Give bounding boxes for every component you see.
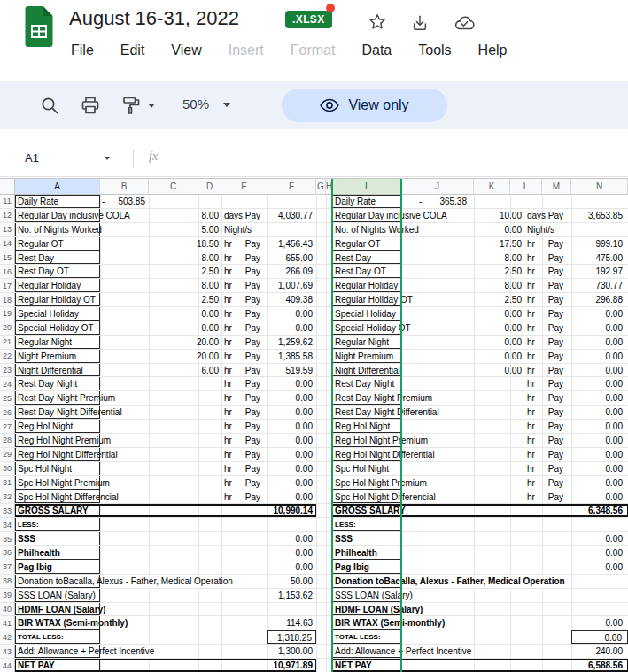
- spreadsheet-grid[interactable]: ABCDEFGHIJKLMN 1112131415161718192021222…: [0, 178, 628, 672]
- menu-tools[interactable]: Tools: [418, 42, 451, 58]
- cell-amount[interactable]: 4,030.77: [267, 209, 316, 222]
- cell-label[interactable]: SSS LOAN (Salary): [15, 589, 96, 602]
- cell-hours[interactable]: 6.00: [149, 364, 221, 377]
- cell-label[interactable]: BIR WTAX (Semi-monthly): [332, 616, 445, 630]
- cell-label[interactable]: Philhealth: [15, 546, 60, 560]
- cell-label[interactable]: No. of Nights Worked: [332, 223, 419, 236]
- cell-label[interactable]: Night Differential: [332, 364, 400, 377]
- cell-hours[interactable]: 20.00: [149, 336, 221, 349]
- search-icon[interactable]: [39, 95, 60, 116]
- cell-label[interactable]: Night Premium: [332, 350, 393, 363]
- cell-label[interactable]: HDMF LOAN (Salary): [15, 603, 105, 616]
- column-header-F[interactable]: F: [267, 179, 316, 195]
- paint-format-caret-icon[interactable]: [148, 104, 155, 108]
- cell-label[interactable]: Rest Day Night: [332, 377, 394, 390]
- cell-amount[interactable]: 266.09: [267, 265, 316, 278]
- cell-label[interactable]: Daily Rate: [15, 195, 58, 208]
- cell-label[interactable]: Spc Hol Night: [332, 462, 389, 475]
- cell-pay[interactable]: Pay: [537, 448, 567, 461]
- cell-label[interactable]: BIR WTAX (Semi-monthly): [15, 616, 128, 630]
- cell-label[interactable]: Rest Day: [15, 251, 54, 265]
- cell-hours[interactable]: 2.50: [149, 265, 221, 278]
- cell-amount[interactable]: 730.77: [571, 279, 628, 292]
- cell-amount[interactable]: 0.00: [267, 307, 316, 321]
- cell-pay[interactable]: Pay: [239, 265, 264, 278]
- cell-amount[interactable]: 0.00: [571, 434, 628, 447]
- cell-amount[interactable]: 0.00: [571, 391, 628, 405]
- cell-label[interactable]: Rest Day OT: [332, 265, 386, 278]
- cell-label[interactable]: SSS: [15, 532, 35, 545]
- cell-pay[interactable]: Pay: [239, 462, 264, 475]
- cell-amount[interactable]: 0.00: [571, 448, 628, 461]
- cell-label[interactable]: Regular Holiday: [15, 279, 81, 292]
- cell-label[interactable]: Regular Holiday OT: [15, 293, 96, 306]
- cell-amount[interactable]: 0.00: [267, 546, 316, 560]
- cell-amount[interactable]: 296.88: [571, 293, 628, 306]
- zoom-caret-icon[interactable]: [223, 103, 230, 107]
- cell-label[interactable]: Special Holiday: [332, 307, 396, 321]
- cell-pay[interactable]: Pay: [239, 377, 264, 390]
- column-header-I[interactable]: I: [332, 179, 401, 195]
- cell-pay[interactable]: Pay: [537, 336, 567, 349]
- name-box-caret-icon[interactable]: [105, 157, 110, 160]
- cell-hours[interactable]: 0.00: [474, 350, 523, 363]
- cell-amount[interactable]: 0.00: [267, 420, 316, 433]
- cell-amount[interactable]: 0.00: [267, 406, 316, 419]
- cell-amount[interactable]: 0.00: [571, 490, 628, 504]
- cell-pay[interactable]: Pay: [239, 350, 264, 363]
- view-only-pill[interactable]: View only: [282, 89, 447, 122]
- cell-hours[interactable]: 0.00: [474, 307, 523, 321]
- cell-hours[interactable]: 8.00: [474, 251, 523, 265]
- cell-amount[interactable]: 3,653.85: [571, 209, 628, 222]
- cell-amount[interactable]: 1,300.00: [267, 645, 316, 658]
- cell-amount[interactable]: 0.00: [571, 616, 628, 630]
- cell-label[interactable]: No. of Nights Worked: [15, 223, 102, 236]
- cell-amount[interactable]: 10,971.89: [267, 659, 316, 672]
- cell-hours[interactable]: 20.00: [149, 350, 221, 363]
- cell-label[interactable]: Regular OT: [15, 237, 64, 251]
- cell-hours[interactable]: 18.50: [149, 237, 221, 251]
- cell-pay[interactable]: Pay: [537, 209, 567, 222]
- star-icon[interactable]: [368, 12, 387, 32]
- cell-label[interactable]: Regular Night: [15, 336, 72, 349]
- cell-pay[interactable]: Pay: [239, 448, 264, 461]
- cell-pay[interactable]: Pay: [537, 490, 567, 504]
- cell-label[interactable]: Donation toBacalla, Alexus - Father, Med…: [15, 575, 233, 588]
- cell-hours[interactable]: 10.00: [474, 209, 523, 222]
- cell-label[interactable]: Rest Day Night Differential: [15, 406, 122, 419]
- cell-amount[interactable]: 0.00: [267, 476, 316, 490]
- column-header-C[interactable]: C: [149, 179, 198, 195]
- cell-label[interactable]: Regular Day inclusive COLA: [332, 209, 447, 222]
- cell-pay[interactable]: Pay: [239, 293, 264, 306]
- document-title[interactable]: August 16-31, 2022: [69, 7, 239, 30]
- cell-pay[interactable]: Pay: [239, 279, 264, 292]
- cell-hours[interactable]: 0.00: [474, 364, 523, 377]
- cell-amount[interactable]: 1,318.25: [267, 630, 316, 644]
- cell-label[interactable]: Philhealth: [332, 546, 377, 560]
- cell-label[interactable]: TOTAL LESS:: [15, 630, 64, 644]
- cell-label[interactable]: Night Premium: [15, 350, 76, 363]
- paint-format-icon[interactable]: [120, 95, 142, 116]
- cell-pay[interactable]: Pay: [239, 420, 264, 433]
- cell-amount[interactable]: 0.00: [571, 321, 628, 335]
- menu-edit[interactable]: Edit: [120, 42, 145, 58]
- cell-label[interactable]: Regular Night: [332, 336, 389, 349]
- cell-label[interactable]: Regular Holiday: [332, 279, 398, 292]
- cell-label[interactable]: Reg Hol Night Differential: [332, 448, 435, 461]
- cell-amount[interactable]: 240.00: [571, 645, 628, 658]
- cell-pay[interactable]: Pay: [239, 209, 264, 222]
- cell-pay[interactable]: Pay: [537, 293, 567, 306]
- cell-label[interactable]: Pag Ibig: [15, 560, 52, 574]
- cell-amount[interactable]: 0.00: [571, 462, 628, 475]
- cell-amount[interactable]: 1,259.62: [267, 336, 316, 349]
- cell-label[interactable]: Rest Day: [332, 251, 371, 265]
- cell-pay[interactable]: Pay: [537, 251, 567, 265]
- cell-label[interactable]: Regular OT: [332, 237, 381, 251]
- cell-pay[interactable]: Pay: [537, 377, 567, 390]
- cell-label[interactable]: LESS:: [15, 518, 39, 531]
- cell-pay[interactable]: Pay: [537, 279, 567, 292]
- column-header-A[interactable]: A: [15, 179, 100, 195]
- column-header-J[interactable]: J: [401, 179, 474, 195]
- cell-amount[interactable]: 1,385.58: [267, 350, 316, 363]
- cell-amount[interactable]: 10,990.14: [267, 504, 316, 517]
